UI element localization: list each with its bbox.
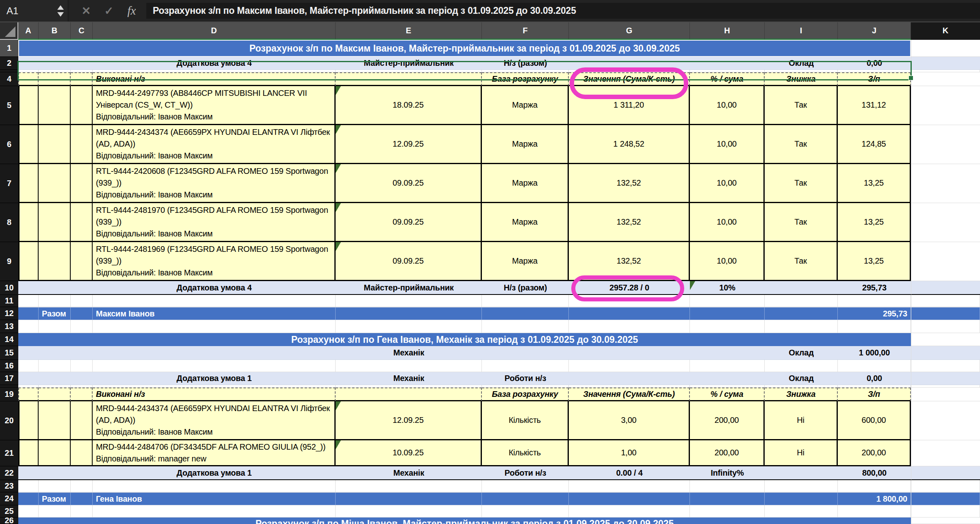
cell-J6[interactable]: 124,85 bbox=[838, 125, 911, 164]
cell-A19[interactable] bbox=[18, 388, 39, 401]
cell-F9[interactable]: Маржа bbox=[482, 242, 569, 281]
cell-C6[interactable] bbox=[71, 125, 93, 164]
cell-H12[interactable] bbox=[690, 307, 765, 320]
cell-G16[interactable] bbox=[569, 360, 690, 372]
cell-H9[interactable]: 10,00 bbox=[690, 242, 765, 281]
cell-D6[interactable]: MRD-9444-2434374 (АЕ6659РХ HYUNDAI ELANT… bbox=[93, 125, 336, 164]
cell-B16[interactable] bbox=[39, 360, 71, 372]
cell-J13[interactable] bbox=[838, 320, 911, 333]
cell-F20[interactable]: Кількість bbox=[482, 401, 569, 440]
cell-J19[interactable]: З/п bbox=[838, 388, 911, 401]
cell-K11[interactable] bbox=[911, 295, 980, 307]
cell-H17[interactable] bbox=[690, 372, 765, 385]
cell-J20[interactable]: 600,00 bbox=[838, 401, 911, 440]
cell-K13[interactable] bbox=[911, 320, 980, 333]
cell-B25[interactable] bbox=[39, 505, 71, 518]
row-header-24[interactable]: 24 bbox=[0, 492, 18, 505]
cell-B5[interactable] bbox=[39, 86, 71, 125]
cell-K16[interactable] bbox=[911, 360, 980, 372]
row-header-6[interactable]: 6 bbox=[0, 125, 18, 164]
cell-I17[interactable]: Оклад bbox=[765, 372, 838, 385]
cell-F2[interactable]: Н/з (разом) bbox=[482, 57, 569, 70]
column-header-F[interactable]: F bbox=[482, 22, 569, 40]
cell-C7[interactable] bbox=[71, 164, 93, 203]
cell-F12[interactable] bbox=[482, 307, 569, 320]
cell-B2[interactable] bbox=[39, 57, 71, 70]
merged-title-cell-row-14[interactable]: Розрахунок з/п по Гена Іванов, Механік з… bbox=[18, 333, 911, 346]
cell-K17[interactable] bbox=[911, 372, 980, 385]
cell-B4[interactable] bbox=[39, 72, 71, 86]
column-header-D[interactable]: D bbox=[93, 22, 336, 40]
row-header-17[interactable]: 17 bbox=[0, 372, 18, 385]
cell-C13[interactable] bbox=[71, 320, 93, 333]
cell-H16[interactable] bbox=[690, 360, 765, 372]
row-header-11[interactable]: 11 bbox=[0, 295, 18, 307]
cell-I2[interactable]: Оклад bbox=[765, 57, 838, 70]
cell-G5[interactable]: 1 311,20 bbox=[569, 86, 690, 125]
cell-I13[interactable] bbox=[765, 320, 838, 333]
cell-K9[interactable] bbox=[911, 242, 980, 281]
cell-K20[interactable] bbox=[911, 401, 980, 440]
cell-I16[interactable] bbox=[765, 360, 838, 372]
cell-D4[interactable]: Виконані н/з bbox=[93, 72, 336, 86]
cell-E25[interactable] bbox=[336, 505, 482, 518]
cell-E4[interactable] bbox=[336, 72, 482, 86]
cell-J7[interactable]: 13,25 bbox=[838, 164, 911, 203]
row-header-12[interactable]: 12 bbox=[0, 307, 18, 320]
cell-B8[interactable] bbox=[39, 203, 71, 242]
cell-E20[interactable]: 12.09.25 bbox=[336, 401, 482, 440]
cell-K21[interactable] bbox=[911, 440, 980, 466]
row-header-7[interactable]: 7 bbox=[0, 164, 18, 203]
column-header-B[interactable]: B bbox=[39, 22, 71, 40]
row-header-8[interactable]: 8 bbox=[0, 203, 18, 242]
cell-D11[interactable] bbox=[93, 295, 336, 307]
cell-B7[interactable] bbox=[39, 164, 71, 203]
cell-K26[interactable] bbox=[911, 518, 980, 524]
cell-E16[interactable] bbox=[336, 360, 482, 372]
cell-D20[interactable]: MRD-9444-2434374 (АЕ6659РХ HYUNDAI ELANT… bbox=[93, 401, 336, 440]
row-header-2[interactable]: 2 bbox=[0, 57, 18, 70]
cell-D22[interactable]: Додаткова умова 1 bbox=[93, 466, 336, 480]
cell-E6[interactable]: 12.09.25 bbox=[336, 125, 482, 164]
cell-F10[interactable]: Н/з (разом) bbox=[482, 281, 569, 295]
cell-A4[interactable] bbox=[18, 72, 39, 86]
cell-E11[interactable] bbox=[336, 295, 482, 307]
cell-K22[interactable] bbox=[911, 466, 980, 480]
cell-D17[interactable]: Додаткова умова 1 bbox=[93, 372, 336, 385]
cell-F25[interactable] bbox=[482, 505, 569, 518]
cell-A20[interactable] bbox=[18, 401, 39, 440]
cell-K15[interactable] bbox=[911, 346, 980, 360]
row-header-10[interactable]: 10 bbox=[0, 281, 18, 295]
cell-H6[interactable]: 10,00 bbox=[690, 125, 765, 164]
cell-C10[interactable] bbox=[71, 281, 93, 295]
cell-H5[interactable]: 10,00 bbox=[690, 86, 765, 125]
cell-I4[interactable]: Знижка bbox=[765, 72, 838, 86]
confirm-icon[interactable]: ✓ bbox=[98, 4, 120, 17]
cell-E8[interactable]: 09.09.25 bbox=[336, 203, 482, 242]
cell-J16[interactable] bbox=[838, 360, 911, 372]
cell-F6[interactable]: Маржа bbox=[482, 125, 569, 164]
row-header-19[interactable]: 19 bbox=[0, 388, 18, 401]
row-header-20[interactable]: 20 bbox=[0, 401, 18, 440]
column-header-I[interactable]: I bbox=[765, 22, 838, 40]
cell-J23[interactable] bbox=[838, 480, 911, 492]
cell-I25[interactable] bbox=[765, 505, 838, 518]
cell-K4[interactable] bbox=[911, 72, 980, 86]
cell-H8[interactable]: 10,00 bbox=[690, 203, 765, 242]
cell-D9[interactable]: RTL-9444-2481969 (F12345GRD ALFA ROMEO 1… bbox=[93, 242, 336, 281]
cell-K10[interactable] bbox=[911, 281, 980, 295]
cell-I10[interactable] bbox=[765, 281, 838, 295]
cell-C12[interactable] bbox=[71, 307, 93, 320]
cell-E17[interactable]: Механік bbox=[336, 372, 482, 385]
column-header-H[interactable]: H bbox=[690, 22, 765, 40]
cell-H13[interactable] bbox=[690, 320, 765, 333]
cell-C4[interactable] bbox=[71, 72, 93, 86]
spinner-up-icon[interactable] bbox=[57, 5, 64, 10]
cell-E10[interactable]: Майстер-приймальник bbox=[336, 281, 482, 295]
cell-K12[interactable] bbox=[911, 307, 980, 320]
cell-H15[interactable] bbox=[690, 346, 765, 360]
cell-E9[interactable]: 09.09.25 bbox=[336, 242, 482, 281]
column-header-G[interactable]: G bbox=[569, 22, 690, 40]
cell-A22[interactable] bbox=[18, 466, 39, 480]
row-header-14[interactable]: 14 bbox=[0, 333, 18, 346]
